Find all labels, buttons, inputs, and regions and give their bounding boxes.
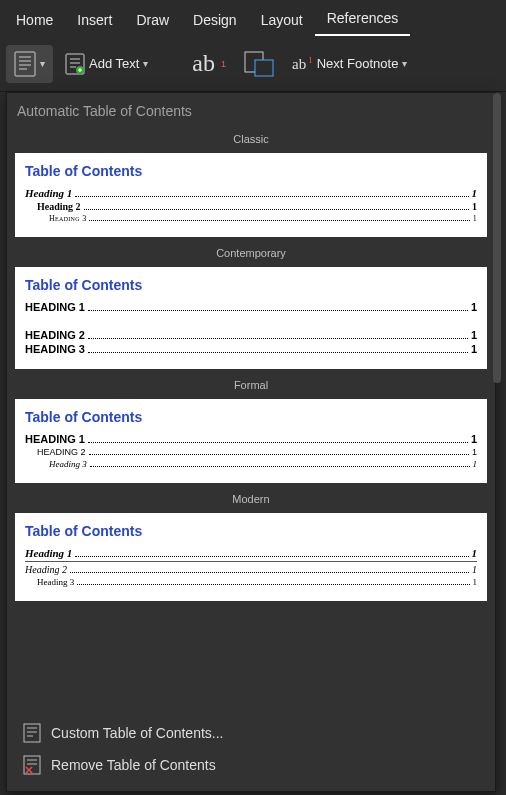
toc-style-label: Formal — [15, 373, 487, 399]
chevron-down-icon: ▾ — [402, 58, 407, 69]
toc-preview-title: Table of Contents — [25, 277, 477, 293]
toc-style-preview-modern[interactable]: Table of ContentsHeading 11Heading 21Hea… — [15, 513, 487, 601]
insert-footnote-button[interactable]: ab1 — [186, 46, 232, 81]
toc-preview-title: Table of Contents — [25, 163, 477, 179]
add-text-label: Add Text — [89, 56, 139, 71]
toc-row: Heading 21 — [25, 201, 477, 212]
toc-row: Heading 31 — [25, 577, 477, 587]
toc-row: HEADING 11 — [25, 433, 477, 445]
document-icon — [23, 723, 41, 743]
toc-row: Heading 31 — [25, 214, 477, 223]
tab-references[interactable]: References — [315, 4, 411, 36]
toc-dropdown-footer: Custom Table of Contents... Remove Table… — [7, 711, 495, 791]
toc-icon — [14, 51, 36, 77]
add-text-icon — [65, 53, 85, 75]
custom-toc-button[interactable]: Custom Table of Contents... — [15, 717, 487, 749]
toc-style-label: Classic — [15, 127, 487, 153]
table-of-contents-button[interactable]: ▾ — [6, 45, 53, 83]
next-footnote-button[interactable]: ab1 Next Footnote ▾ — [286, 51, 413, 77]
toc-dropdown: Automatic Table of Contents ClassicTable… — [6, 92, 496, 792]
toc-row: Heading 11 — [25, 187, 477, 199]
remove-toc-label: Remove Table of Contents — [51, 757, 216, 773]
toc-row: Heading 11 — [25, 547, 477, 559]
toc-row: Heading 31 — [25, 459, 477, 469]
toc-style-label: Contemporary — [15, 241, 487, 267]
custom-toc-label: Custom Table of Contents... — [51, 725, 224, 741]
svg-rect-13 — [255, 60, 273, 76]
footnotes-pane-icon — [244, 51, 274, 77]
toc-row: HEADING 31 — [25, 343, 477, 355]
add-text-button[interactable]: Add Text ▾ — [59, 49, 154, 79]
tab-design[interactable]: Design — [181, 6, 249, 36]
chevron-down-icon: ▾ — [143, 58, 148, 69]
chevron-down-icon: ▾ — [40, 58, 45, 69]
toc-preview-title: Table of Contents — [25, 523, 477, 539]
tab-draw[interactable]: Draw — [124, 6, 181, 36]
menu-tabs: Home Insert Draw Design Layout Reference… — [0, 0, 506, 36]
footnote-ab-icon: ab — [192, 50, 215, 77]
toc-style-label: Modern — [15, 487, 487, 513]
toc-row: HEADING 21 — [25, 329, 477, 341]
footnotes-pane-button[interactable] — [238, 47, 280, 81]
next-footnote-icon: ab1 — [292, 55, 313, 73]
toc-row: Heading 21 — [25, 564, 477, 575]
toc-style-gallery[interactable]: ClassicTable of ContentsHeading 11Headin… — [7, 127, 495, 711]
svg-rect-18 — [24, 756, 40, 774]
ribbon: ▾ Add Text ▾ ab1 ab1 Next Footnote ▾ — [0, 36, 506, 92]
next-footnote-label: Next Footnote — [317, 56, 399, 71]
tab-home[interactable]: Home — [4, 6, 65, 36]
toc-style-preview-formal[interactable]: Table of ContentsHEADING 11HEADING 21Hea… — [15, 399, 487, 483]
toc-row: HEADING 11 — [25, 301, 477, 313]
toc-style-preview-classic[interactable]: Table of ContentsHeading 11Heading 21Hea… — [15, 153, 487, 237]
footnote-superscript-icon: 1 — [221, 59, 226, 69]
toc-row: HEADING 21 — [25, 447, 477, 457]
scrollbar-thumb[interactable] — [493, 93, 501, 383]
toc-preview-title: Table of Contents — [25, 409, 477, 425]
svg-rect-14 — [24, 724, 40, 742]
document-remove-icon — [23, 755, 41, 775]
toc-dropdown-header: Automatic Table of Contents — [7, 93, 495, 127]
toc-style-preview-contemporary[interactable]: Table of ContentsHEADING 11HEADING 21HEA… — [15, 267, 487, 369]
tab-insert[interactable]: Insert — [65, 6, 124, 36]
remove-toc-button[interactable]: Remove Table of Contents — [15, 749, 487, 781]
tab-layout[interactable]: Layout — [249, 6, 315, 36]
svg-rect-0 — [15, 52, 35, 76]
